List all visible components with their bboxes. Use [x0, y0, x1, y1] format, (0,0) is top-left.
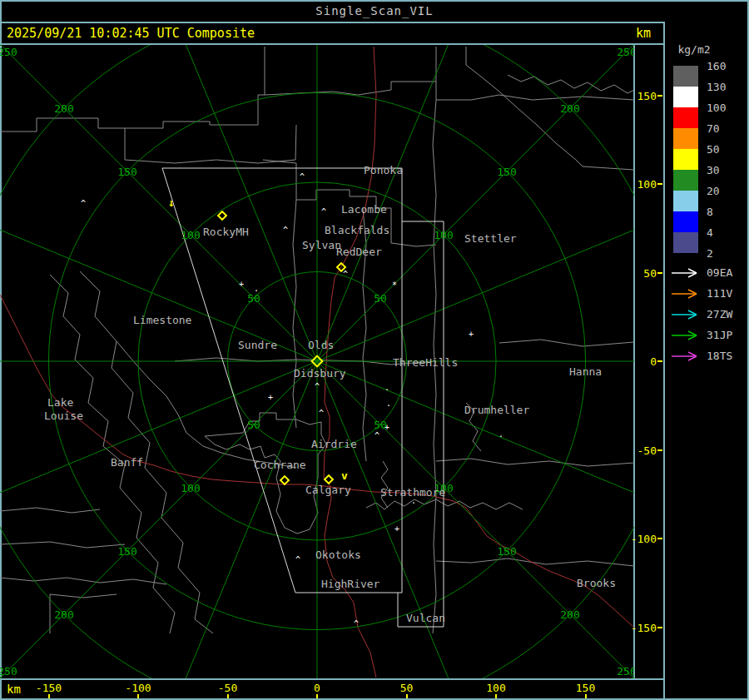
storm-cell-marker: ^	[295, 556, 300, 564]
right-axis-tick-mark	[657, 272, 662, 274]
range-ring-label: 100	[434, 230, 453, 241]
azimuth-radial	[317, 361, 634, 553]
city-label-airdrie: Airdrie	[311, 439, 357, 449]
range-ring-label: 150	[497, 546, 516, 557]
storm-track-id: 09EA	[707, 268, 732, 278]
right-axis-tick-mark	[657, 449, 662, 451]
city-label-didsbury: Didsbury	[294, 368, 346, 379]
city-label-olds: Olds	[308, 340, 334, 350]
storm-cell-marker: +	[268, 394, 273, 402]
bottom-axis-tick-mark	[585, 694, 587, 698]
storm-track-legend-item: 31JP	[670, 330, 749, 340]
city-label-reddeer: RedDeer	[336, 246, 382, 257]
azimuth-radial	[0, 361, 317, 553]
storm-cell-marker: ·	[254, 287, 259, 295]
county-boundary	[50, 275, 175, 633]
colorbar-level-label: 30	[707, 164, 720, 176]
bottom-axis-tick-mark	[406, 694, 408, 698]
storm-track-id: 31JP	[707, 330, 732, 340]
bottom-axis-tick-label: 0	[314, 682, 320, 694]
right-axis-tick-label: -50	[637, 444, 657, 456]
radar-window: Single_Scan_VIL 2025/09/21 10:02:45 UTC …	[0, 0, 749, 700]
storm-track-legend-item: 111V	[670, 289, 749, 299]
storm-track-legend-item: 18TS	[670, 351, 749, 361]
city-label-brooks: Brooks	[577, 578, 616, 588]
storm-cell-marker: ^	[283, 226, 288, 235]
county-boundary	[433, 47, 436, 633]
right-axis-tick-mark	[657, 360, 662, 362]
storm-cell-marker: ·	[499, 433, 503, 441]
right-axis-tick-label: 50	[643, 266, 657, 279]
county-boundary	[0, 47, 265, 132]
bottom-axis-unit-label: km	[7, 683, 21, 696]
storm-cell-marker: ^	[300, 173, 305, 181]
storm-motion-glyph: v	[341, 470, 348, 481]
colorbar-level-label: 160	[707, 60, 726, 72]
radar-site-marker	[325, 475, 333, 484]
range-ring-label: 250	[617, 666, 634, 677]
storm-track-id: 18TS	[707, 351, 732, 361]
storm-cell-marker: ^	[319, 410, 324, 418]
city-label-threehills: ThreeHills	[393, 357, 458, 368]
colorbar-swatch	[673, 211, 698, 232]
storm-track-arrow-icon	[670, 351, 702, 361]
bottom-axis-tick-mark	[48, 694, 50, 698]
storm-track-legend-item: 27ZW	[670, 310, 749, 320]
city-label-banff: Banff	[111, 457, 143, 468]
right-axis-tick-label: 0	[650, 355, 657, 368]
city-label-okotoks: Okotoks	[315, 549, 361, 560]
azimuth-radial	[126, 361, 317, 678]
county-boundary	[0, 578, 166, 633]
right-axis-tick-mark	[657, 183, 662, 185]
storm-cell-marker: +	[394, 525, 399, 534]
map-canvas[interactable]: 5050505010010010010015015015015020020020…	[0, 45, 634, 678]
city-label-lake: Lake	[47, 397, 73, 408]
storm-cell-marker: +	[469, 330, 474, 339]
range-ring-label: 50	[374, 293, 387, 304]
bottom-axis-tick-label: -50	[218, 682, 237, 694]
colorbar-swatch	[673, 128, 698, 149]
city-label-strathmore: Strathmore	[380, 487, 445, 498]
bottom-axis: km -150-100-50050100150	[0, 680, 663, 698]
storm-cell-marker: ^	[315, 383, 320, 391]
right-axis-tick-label: -150	[631, 621, 657, 633]
range-ring-label: 200	[54, 103, 73, 114]
range-ring-label: 100	[181, 483, 200, 494]
storm-track-legend-item: 09EA	[670, 268, 749, 278]
window-title: Single_Scan_VIL	[0, 0, 749, 22]
storm-cell-marker: *	[392, 281, 397, 290]
storm-motion-glyph: ↓	[168, 197, 175, 208]
radar-site-marker	[280, 476, 289, 484]
city-label-blackfalds: Blackfalds	[325, 225, 389, 236]
range-ring-label: 50	[247, 420, 260, 430]
colorbar-level-label: 4	[707, 226, 713, 239]
colorbar-level-label: 70	[707, 122, 720, 135]
county-boundary	[125, 125, 296, 163]
city-label-stettler: Stettler	[464, 233, 517, 244]
colorbar-level-label: 8	[707, 206, 713, 218]
county-boundary	[293, 200, 296, 428]
city-label-limestone: Limestone	[133, 315, 191, 325]
colorbar-swatch	[673, 149, 698, 170]
right-axis-tick-mark	[657, 627, 662, 628]
colorbar-level-label: 100	[707, 102, 726, 114]
storm-track-id: 111V	[707, 289, 732, 299]
scan-area-outline	[398, 221, 444, 627]
storm-cell-marker: +	[384, 424, 389, 432]
bottom-axis-tick-label: -100	[125, 682, 151, 694]
city-label-sylvan: Sylvan	[302, 240, 341, 251]
storm-cell-marker: ^	[81, 200, 86, 208]
radar-site-marker	[218, 211, 226, 220]
range-ring-label: 200	[560, 609, 579, 620]
range-ring-label: 200	[560, 103, 579, 114]
bottom-axis-tick-label: 150	[576, 682, 595, 694]
range-ring-label: 250	[617, 47, 634, 57]
city-label-vulcan: Vulcan	[406, 613, 445, 623]
colorbar-level-label: 130	[707, 81, 726, 93]
county-boundary	[265, 82, 436, 95]
colorbar-level-label: 50	[707, 143, 720, 156]
colorbar-swatch	[673, 87, 698, 107]
city-label-hanna: Hanna	[569, 366, 602, 377]
colorbar-swatch	[673, 232, 698, 253]
city-label-louise: Louise	[44, 410, 83, 421]
